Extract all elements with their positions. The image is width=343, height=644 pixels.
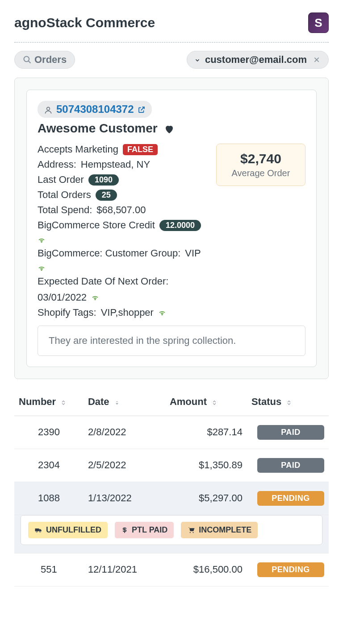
app-title: agnoStack Commerce [14,15,155,30]
customer-id-text: 5074308104372 [56,103,134,116]
column-amount[interactable]: Amount [165,390,247,416]
svg-point-5 [41,242,42,243]
order-amount: $5,297.00 [165,482,247,515]
app-header: agnoStack Commerce S [14,12,329,43]
order-tag: PTL PAID [115,522,174,538]
status-badge: PENDING [257,491,324,506]
order-amount: $1,350.89 [165,449,247,482]
svg-line-1 [29,61,31,63]
column-number[interactable]: Number [14,390,84,416]
customer-panel: 5074308104372 Awesome Customer Accepts M… [26,90,317,367]
address-value: Hempstead, NY [81,159,150,170]
customer-id-row: 5074308104372 [38,101,305,118]
svg-marker-10 [116,403,118,405]
person-icon [44,103,53,116]
customer-id-pill[interactable]: 5074308104372 [38,101,152,118]
average-order-label: Average Order [228,168,293,178]
shopify-tags-value: VIP,shopper [101,307,154,318]
close-icon[interactable] [311,54,322,65]
next-order-value: 03/01/2022 [38,292,87,303]
dollar-icon [121,526,128,534]
svg-point-6 [41,269,42,270]
customer-email-text: customer@email.com [205,54,307,66]
truck-icon [34,526,42,534]
heart-icon[interactable] [164,122,175,135]
svg-point-16 [193,532,194,533]
status-badge: PENDING [257,562,324,577]
order-amount: $287.14 [165,416,247,449]
customer-name-row: Awesome Customer [38,121,305,136]
order-date: 2/8/2022 [84,416,165,449]
orders-back-button[interactable]: Orders [14,51,75,69]
customer-note: They are interested in the spring collec… [38,326,305,356]
customer-group-label: BigCommerce: Customer Group: [38,248,180,259]
order-status-cell: PENDING [247,482,329,515]
svg-point-12 [36,531,38,533]
orders-back-label: Orders [34,54,67,66]
sort-icon [60,399,67,406]
svg-marker-9 [116,401,118,402]
orders-table: Number Date Amount [14,390,329,586]
order-number: 551 [14,553,84,586]
order-status-cell: PAID [247,449,329,482]
shopify-tags-label: Shopify Tags: [38,307,96,318]
total-spend-value: $68,507.00 [96,204,146,216]
svg-point-13 [39,531,41,533]
store-credit-label: BigCommerce Store Credit [38,219,155,231]
marketing-label: Accepts Marketing [38,144,118,155]
column-status[interactable]: Status [247,390,329,416]
svg-point-7 [95,299,96,300]
next-order-label: Expected Date Of Next Order: [38,276,168,287]
tag-label: PTL PAID [132,525,167,535]
expanded-row: UNFULFILLEDPTL PAIDINCOMPLETE [14,515,329,553]
order-status-cell: PAID [247,416,329,449]
cart-icon [187,526,195,534]
customer-email-chip[interactable]: customer@email.com [187,51,329,69]
average-order-value: $2,740 [228,151,293,166]
svg-point-8 [162,314,163,315]
store-credit-badge: 12.0000 [159,220,201,231]
last-order-label: Last Order [38,174,84,186]
app-logo-icon: S [308,12,329,33]
column-date[interactable]: Date [84,390,165,416]
sort-icon [114,399,120,406]
table-row[interactable]: 1088 1/13/2022 $5,297.00 PENDING [14,482,329,515]
order-number: 2304 [14,449,84,482]
expanded-tags: UNFULFILLEDPTL PAIDINCOMPLETE [21,515,322,545]
tag-label: UNFULFILLED [46,525,101,535]
address-label: Address: [38,159,76,170]
customer-panel-outer: 5074308104372 Awesome Customer Accepts M… [14,78,329,379]
order-tag: UNFULFILLED [28,522,108,538]
svg-point-0 [24,57,29,62]
wifi-icon [91,293,99,301]
wifi-icon [38,264,46,272]
order-number: 2390 [14,416,84,449]
marketing-badge: FALSE [123,144,158,155]
sort-icon [286,399,292,406]
status-badge: PAID [257,458,324,473]
total-spend-label: Total Spend: [38,204,92,216]
customer-info-list: Accepts Marketing FALSE Address: Hempste… [38,144,205,318]
toolbar: Orders customer@email.com [14,51,329,69]
order-tag: INCOMPLETE [181,522,258,538]
last-order-badge: 1090 [88,174,119,186]
order-number: 1088 [14,482,84,515]
order-date: 1/13/2022 [84,482,165,515]
customer-name: Awesome Customer [38,121,158,136]
order-date: 12/11/2021 [84,553,165,586]
total-orders-label: Total Orders [38,189,91,201]
chevron-down-icon [194,56,201,63]
search-icon [23,55,32,64]
table-row[interactable]: 2390 2/8/2022 $287.14 PAID [14,416,329,449]
tag-label: INCOMPLETE [199,525,251,535]
order-amount: $16,500.00 [165,553,247,586]
customer-group-value: VIP [185,248,201,259]
table-row[interactable]: 551 12/11/2021 $16,500.00 PENDING [14,553,329,586]
average-order-box: $2,740 Average Order [216,144,305,186]
sort-icon [211,399,218,406]
external-link-icon [138,105,146,114]
total-orders-badge: 25 [96,190,117,201]
status-badge: PAID [257,425,324,440]
table-row[interactable]: 2304 2/5/2022 $1,350.89 PAID [14,449,329,482]
wifi-icon [158,308,166,317]
